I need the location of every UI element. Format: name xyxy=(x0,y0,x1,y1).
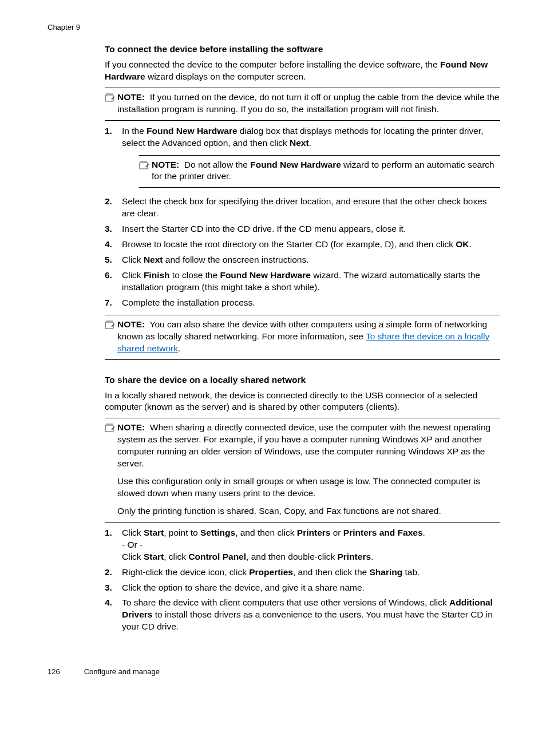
chapter-header: Chapter 9 xyxy=(48,23,500,31)
note-icon xyxy=(105,93,115,103)
text-fragment: , point to xyxy=(164,528,200,537)
text-fragment: Click xyxy=(122,270,144,280)
bold-term: Control Panel xyxy=(188,552,246,561)
text-fragment: To share the device with client computer… xyxy=(122,597,449,607)
note-label: NOTE: xyxy=(152,160,179,169)
step-number: 2. xyxy=(105,567,122,579)
step-number: 1. xyxy=(105,527,122,563)
note-box: NOTE: Do not allow the Found New Hardwar… xyxy=(139,155,500,188)
text-fragment: . xyxy=(423,528,425,537)
step-item: 4. To share the device with client compu… xyxy=(105,597,500,633)
section-heading: To connect the device before installing … xyxy=(105,44,500,54)
bold-term: Found New Hardware xyxy=(250,160,341,169)
text-fragment: . xyxy=(371,552,373,561)
note-box: NOTE: If you turned on the device, do no… xyxy=(105,88,500,121)
step-item: 2. Right-click the device icon, click Pr… xyxy=(105,567,500,579)
note-text: NOTE: If you turned on the device, do no… xyxy=(117,92,500,116)
text-fragment: , and then click xyxy=(235,528,297,537)
page-content: To connect the device before installing … xyxy=(48,44,500,633)
text-fragment: Click xyxy=(122,552,144,561)
bold-term: Settings xyxy=(200,528,235,537)
text-fragment: , click xyxy=(164,552,188,561)
note-icon xyxy=(105,423,115,433)
bold-term: Printers and Faxes xyxy=(343,528,423,537)
text-fragment: . xyxy=(469,239,471,249)
text-fragment: tab. xyxy=(402,567,420,577)
text-fragment: and follow the onscreen instructions. xyxy=(163,255,309,264)
note-icon xyxy=(139,160,149,171)
step-number: 7. xyxy=(105,297,122,309)
text-fragment: If you connected the device to the compu… xyxy=(105,60,440,69)
section-heading: To share the device on a locally shared … xyxy=(105,375,500,385)
page-number: 126 xyxy=(48,667,82,676)
bold-term: Next xyxy=(144,255,163,264)
bold-term: Sharing xyxy=(369,567,402,577)
text-fragment: When sharing a directly connected device… xyxy=(117,422,490,468)
bold-term: Properties xyxy=(249,567,293,577)
text-fragment: Right-click the device icon, click xyxy=(122,567,249,577)
note-label: NOTE: xyxy=(117,319,145,329)
note-box: NOTE: You can also share the device with… xyxy=(105,315,500,360)
note-box: NOTE: When sharing a directly connected … xyxy=(105,418,500,522)
text-fragment: , and then double-click xyxy=(246,552,337,561)
step-text: Complete the installation process. xyxy=(122,297,500,309)
text-fragment: . xyxy=(309,138,311,148)
text-fragment: to close the xyxy=(170,270,220,280)
step-item: 1. In the Found New Hardware dialog box … xyxy=(105,125,500,193)
note-icon xyxy=(105,320,115,330)
note-text: NOTE: You can also share the device with… xyxy=(117,319,500,355)
step-item: 4. Browse to locate the root directory o… xyxy=(105,239,500,251)
text-fragment: or xyxy=(330,528,343,537)
text-fragment: . xyxy=(178,343,180,353)
text-fragment: Click xyxy=(122,528,144,537)
note-text: NOTE: Do not allow the Found New Hardwar… xyxy=(152,159,500,183)
intro-paragraph: If you connected the device to the compu… xyxy=(105,59,500,83)
intro-paragraph: In a locally shared network, the device … xyxy=(105,390,500,414)
text-fragment: Click xyxy=(122,255,144,264)
step-item: 5. Click Next and follow the onscreen in… xyxy=(105,254,500,266)
text-fragment: to install those drivers as a convenienc… xyxy=(122,609,493,631)
bold-term: Found New Hardware xyxy=(220,270,310,280)
note-label: NOTE: xyxy=(117,92,145,102)
bold-term: Found New Hardware xyxy=(147,126,237,136)
text-fragment: wizard displays on the computer screen. xyxy=(145,72,306,81)
step-number: 2. xyxy=(105,196,122,220)
step-number: 3. xyxy=(105,223,122,235)
bold-term: Printers xyxy=(297,528,331,537)
step-number: 1. xyxy=(105,125,122,193)
step-text: Select the check box for specifying the … xyxy=(122,196,500,220)
or-separator: - Or - xyxy=(122,539,500,551)
step-item: 7. Complete the installation process. xyxy=(105,297,500,309)
text-fragment: Do not allow the xyxy=(184,160,250,169)
step-text: Insert the Starter CD into the CD drive.… xyxy=(122,223,500,235)
text-fragment: Browse to locate the root directory on t… xyxy=(122,239,456,249)
note-text: Only the printing function is shared. Sc… xyxy=(117,505,500,517)
text-fragment: In the xyxy=(122,126,147,136)
bold-term: Next xyxy=(290,138,309,148)
note-text: Use this configuration only in small gro… xyxy=(117,476,500,500)
text-fragment: If you turned on the device, do not turn… xyxy=(117,92,499,114)
bold-term: Start xyxy=(144,528,164,537)
step-number: 5. xyxy=(105,254,122,266)
step-number: 3. xyxy=(105,582,122,594)
note-text: NOTE: When sharing a directly connected … xyxy=(117,422,500,470)
document-page: Chapter 9 To connect the device before i… xyxy=(0,0,546,699)
step-number: 4. xyxy=(105,597,122,633)
step-item: 1. Click Start, point to Settings, and t… xyxy=(105,527,500,563)
bold-term: OK xyxy=(456,239,469,249)
bold-term: Finish xyxy=(144,270,170,280)
note-label: NOTE: xyxy=(117,422,145,432)
step-item: 3. Click the option to share the device,… xyxy=(105,582,500,594)
step-text: Click the option to share the device, an… xyxy=(122,582,500,594)
bold-term: Printers xyxy=(337,552,371,561)
page-footer: 126 Configure and manage xyxy=(48,667,500,676)
bold-term: Start xyxy=(144,552,164,561)
step-number: 6. xyxy=(105,270,122,294)
text-fragment: , and then click the xyxy=(293,567,370,577)
ordered-steps: 1. In the Found New Hardware dialog box … xyxy=(105,125,500,309)
ordered-steps: 1. Click Start, point to Settings, and t… xyxy=(105,527,500,633)
step-item: 3. Insert the Starter CD into the CD dri… xyxy=(105,223,500,235)
footer-section-title: Configure and manage xyxy=(84,667,160,676)
step-item: 2. Select the check box for specifying t… xyxy=(105,196,500,220)
step-item: 6. Click Finish to close the Found New H… xyxy=(105,270,500,294)
